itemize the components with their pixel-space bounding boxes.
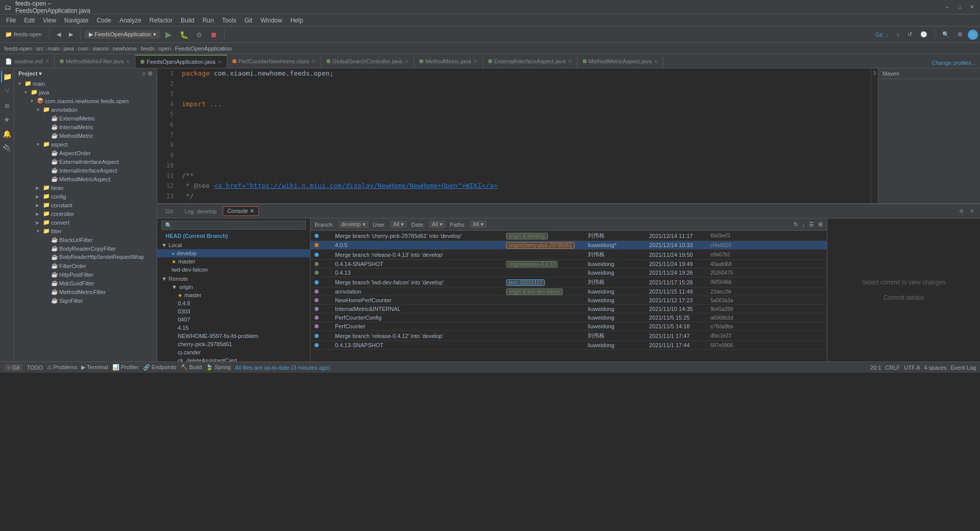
statusbar-terminal-btn[interactable]: ▶ Terminal [81,364,108,371]
bc-main[interactable]: main [47,45,60,52]
tree-blackurlfilter[interactable]: ☕ BlackUrlFilter [14,235,157,244]
tab-methodmetric[interactable]: MethodMetric.java ✕ [414,55,483,68]
git-origin-group[interactable]: ▼ origin [157,283,310,291]
commit-row-4[interactable]: 0.4.14-SNAPSHOT origin/release-0.4.13 li… [310,260,827,269]
commit-row-6[interactable]: Merge branch 'lwd-dev-falcon' into 'deve… [310,277,827,287]
code-editor[interactable]: 1 2 3 4 5 6 7 8 9 10 11 12 13 14 15 16 1 [157,68,878,203]
tree-filter[interactable]: ▼ 📁 filter [14,227,157,235]
menu-file[interactable]: File [2,16,20,25]
nav-fwd-btn[interactable]: ▶ [66,30,76,39]
bc-class[interactable]: FeedsOpenApplication [175,45,231,52]
tab-readme-close[interactable]: ✕ [45,59,49,64]
statusbar-todo-btn[interactable]: TODO [27,365,43,371]
activity-notifications[interactable]: 🔔 [1,128,13,140]
bottom-settings-btn[interactable]: ⚙ [957,207,966,215]
debug-btn[interactable]: 🐛 [177,30,192,40]
graph-btn[interactable]: ⊞ [818,221,823,228]
menu-code[interactable]: Code [92,16,115,25]
menu-run[interactable]: Run [199,16,218,25]
commit-row-10[interactable]: PerfCounterConfig liuweidong 2021/11/5 1… [310,313,827,322]
tree-httppostfilter[interactable]: ☕ HttpPostFilter [14,270,157,279]
tab-feedsopenapplication-close[interactable]: ✕ [218,59,222,65]
tab-globalsearch[interactable]: GlobalSearchController.java ✕ [321,55,414,68]
tree-config[interactable]: ▶ 📁 config [14,192,157,201]
git-history-btn[interactable]: 🕐 [917,30,930,39]
maximize-button[interactable]: □ [955,3,964,11]
git-head-item[interactable]: HEAD (Current Branch) [157,232,310,240]
tree-annotation[interactable]: ▼ 📁 annotation [14,105,157,114]
branch-filter-value[interactable]: develop ▾ [338,221,369,228]
statusbar-encoding[interactable]: UTF-8 [904,365,920,371]
tree-constant[interactable]: ▶ 📁 constant [14,201,157,209]
commit-row-13[interactable]: 0.4.13-SNAPSHOT liuweidong 2021/11/1 17:… [310,341,827,350]
tab-perfcounternew-close[interactable]: ✕ [312,59,316,64]
btab-git[interactable]: Git: [161,207,178,215]
tree-internalinterfaceaspect[interactable]: ☕ InternalInterfaceAspect [14,166,157,175]
statusbar-spring-btn[interactable]: 🍃 Spring [206,364,231,371]
statusbar-linesep[interactable]: CRLF [886,365,900,371]
tree-internalmetric[interactable]: ☕ InternalMetric [14,123,157,131]
commit-row-7[interactable]: annotation origin & lwd-dev-falcon liuwe… [310,287,827,296]
git-origin-master[interactable]: ★ master [157,291,310,299]
tab-methodmetricfilter[interactable]: MethodMetricFilter.java ✕ [55,55,136,68]
git-search-input[interactable] [161,221,306,230]
commit-row-3[interactable]: Merge branch 'release-0.4.13' into 'deve… [310,250,827,260]
bc-feeds-open[interactable]: feeds-open [4,45,32,52]
nav-back-btn[interactable]: ◀ [54,30,64,39]
tree-externalinterfaceaspect[interactable]: ☕ ExternalInterfaceAspect [14,157,157,166]
git-push-btn[interactable]: ↑ [894,31,903,39]
statusbar-problems-btn[interactable]: ⚠ Problems [47,364,78,371]
stop-btn[interactable]: ⏹ [207,30,220,40]
git-origin-ckdelete[interactable]: ck_deleteAssistantCard [157,356,310,361]
tab-methodmetricaspect[interactable]: MethodMetricAspect.java ✕ [578,55,664,68]
tree-java[interactable]: ▼ 📁 java [14,88,157,96]
refresh-btn[interactable]: ↻ [794,221,798,228]
menu-window[interactable]: Window [256,16,286,25]
git-origin-0407[interactable]: 0407 [157,316,310,324]
tree-bean[interactable]: ▶ 📁 bean [14,183,157,192]
git-develop-branch[interactable]: ● develop [157,249,310,257]
git-origin-cherrypick[interactable]: cherry-pick-29785d61 [157,340,310,348]
git-update-btn[interactable]: Git: ↓ [872,31,892,39]
menu-git[interactable]: Git [241,16,256,25]
sidebar-settings-btn[interactable]: ⚙ [148,70,153,77]
bc-src[interactable]: src [36,45,44,52]
bc-open[interactable]: open [158,45,171,52]
project-widget[interactable]: 📁 feeds-open [2,30,45,39]
code-content[interactable]: package com.xiaomi.newhome.feeds.open; i… [178,68,871,203]
git-rollback-btn[interactable]: ↺ [904,30,915,39]
tree-convert[interactable]: ▶ 📁 convert [14,218,157,227]
tree-package[interactable]: ▼ 📦 com.xiaomi.newhome.feeds.open [14,96,157,105]
menu-view[interactable]: View [39,16,60,25]
commit-row-2[interactable]: 4.0.5 origin/cherry-pick-29785d61 liuwei… [310,241,827,250]
paths-filter-value[interactable]: All ▾ [470,221,487,228]
statusbar-indent[interactable]: 4 spaces [924,365,946,371]
git-origin-415[interactable]: 4.15 [157,324,310,332]
git-origin-0303[interactable]: 0303 [157,307,310,316]
menu-navigate[interactable]: Navigate [60,16,92,25]
tree-signfilter[interactable]: ☕ SignFilter [14,296,157,305]
bc-xiaomi[interactable]: xiaomi [92,45,109,52]
commit-row-11[interactable]: PerfCounter liuweidong 2021/11/5 14:18 e… [310,322,827,331]
tab-methodmetricfilter-close[interactable]: ✕ [126,59,130,64]
commit-row-1[interactable]: Merge branch 'cherry-pick-29785d61' into… [310,231,827,241]
search-everywhere-btn[interactable]: 🔍 [939,30,952,39]
git-origin-048[interactable]: 0.4.8 [157,299,310,307]
close-button[interactable]: ✕ [968,3,976,11]
coverage-btn[interactable]: ⊙ [194,30,205,39]
menu-refactor[interactable]: Refactor [146,16,177,25]
bc-java[interactable]: java [64,45,74,52]
tree-methodmetricfilter[interactable]: ☕ MethodMetricFilter [14,287,157,296]
tab-methodmetricaspect-close[interactable]: ✕ [654,59,658,64]
activity-project[interactable]: 📁 [1,70,13,83]
filter-btn[interactable]: ☰ [809,221,814,228]
tree-methodmetric[interactable]: ☕ MethodMetric [14,131,157,140]
tab-perfcounternew[interactable]: PerfCounterNewHome.class ✕ [227,55,321,68]
tree-controller[interactable]: ▶ 📁 controller [14,209,157,218]
git-origin-cjzander[interactable]: cj-zander [157,348,310,356]
tab-readme[interactable]: 📄 readme.md ✕ [0,55,55,68]
tree-bodyreadercopyfilter[interactable]: ☕ BodyReaderCopyFilter [14,244,157,253]
tree-aspectorder[interactable]: ☕ AspectOrder [14,149,157,157]
minimize-button[interactable]: – [943,3,951,11]
menu-tools[interactable]: Tools [218,16,241,25]
